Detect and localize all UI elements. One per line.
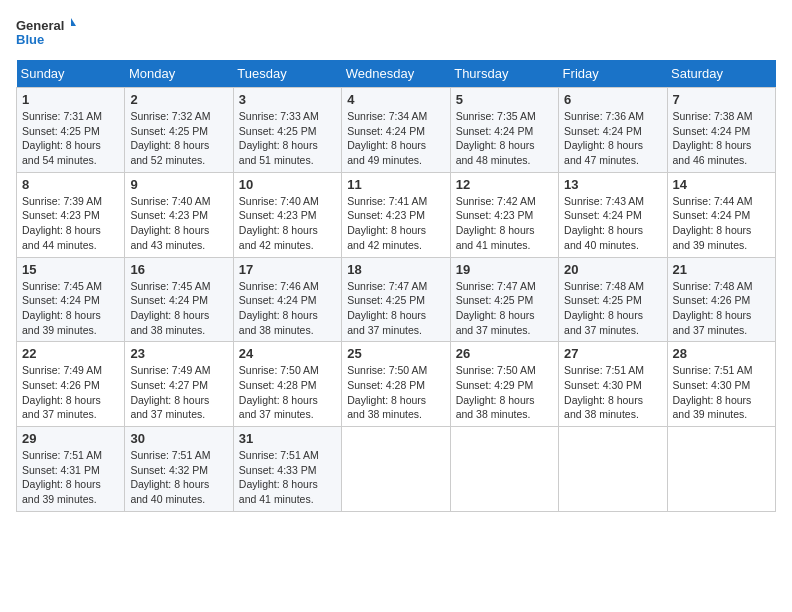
day-number: 7: [673, 92, 770, 107]
day-cell: 2Sunrise: 7:32 AMSunset: 4:25 PMDaylight…: [125, 88, 233, 173]
day-info: Sunrise: 7:33 AMSunset: 4:25 PMDaylight:…: [239, 109, 336, 168]
day-info: Sunrise: 7:39 AMSunset: 4:23 PMDaylight:…: [22, 194, 119, 253]
page-header: General Blue: [16, 16, 776, 52]
day-number: 13: [564, 177, 661, 192]
day-number: 11: [347, 177, 444, 192]
day-number: 2: [130, 92, 227, 107]
day-info: Sunrise: 7:41 AMSunset: 4:23 PMDaylight:…: [347, 194, 444, 253]
day-cell: 7Sunrise: 7:38 AMSunset: 4:24 PMDaylight…: [667, 88, 775, 173]
day-number: 14: [673, 177, 770, 192]
day-info: Sunrise: 7:47 AMSunset: 4:25 PMDaylight:…: [347, 279, 444, 338]
day-cell: 1Sunrise: 7:31 AMSunset: 4:25 PMDaylight…: [17, 88, 125, 173]
day-number: 10: [239, 177, 336, 192]
column-header-monday: Monday: [125, 60, 233, 88]
column-header-saturday: Saturday: [667, 60, 775, 88]
day-cell: [559, 427, 667, 512]
day-number: 31: [239, 431, 336, 446]
day-cell: 8Sunrise: 7:39 AMSunset: 4:23 PMDaylight…: [17, 172, 125, 257]
day-info: Sunrise: 7:40 AMSunset: 4:23 PMDaylight:…: [130, 194, 227, 253]
day-number: 24: [239, 346, 336, 361]
day-cell: 31Sunrise: 7:51 AMSunset: 4:33 PMDayligh…: [233, 427, 341, 512]
week-row-1: 1Sunrise: 7:31 AMSunset: 4:25 PMDaylight…: [17, 88, 776, 173]
day-info: Sunrise: 7:48 AMSunset: 4:26 PMDaylight:…: [673, 279, 770, 338]
day-cell: 3Sunrise: 7:33 AMSunset: 4:25 PMDaylight…: [233, 88, 341, 173]
logo-svg: General Blue: [16, 16, 76, 52]
day-number: 22: [22, 346, 119, 361]
day-info: Sunrise: 7:44 AMSunset: 4:24 PMDaylight:…: [673, 194, 770, 253]
day-info: Sunrise: 7:38 AMSunset: 4:24 PMDaylight:…: [673, 109, 770, 168]
week-row-2: 8Sunrise: 7:39 AMSunset: 4:23 PMDaylight…: [17, 172, 776, 257]
day-info: Sunrise: 7:40 AMSunset: 4:23 PMDaylight:…: [239, 194, 336, 253]
day-cell: 12Sunrise: 7:42 AMSunset: 4:23 PMDayligh…: [450, 172, 558, 257]
day-number: 23: [130, 346, 227, 361]
day-number: 25: [347, 346, 444, 361]
header-row: SundayMondayTuesdayWednesdayThursdayFrid…: [17, 60, 776, 88]
day-number: 5: [456, 92, 553, 107]
day-info: Sunrise: 7:42 AMSunset: 4:23 PMDaylight:…: [456, 194, 553, 253]
day-info: Sunrise: 7:49 AMSunset: 4:27 PMDaylight:…: [130, 363, 227, 422]
day-number: 21: [673, 262, 770, 277]
day-cell: 9Sunrise: 7:40 AMSunset: 4:23 PMDaylight…: [125, 172, 233, 257]
day-info: Sunrise: 7:34 AMSunset: 4:24 PMDaylight:…: [347, 109, 444, 168]
day-cell: 22Sunrise: 7:49 AMSunset: 4:26 PMDayligh…: [17, 342, 125, 427]
day-info: Sunrise: 7:35 AMSunset: 4:24 PMDaylight:…: [456, 109, 553, 168]
column-header-tuesday: Tuesday: [233, 60, 341, 88]
calendar-table: SundayMondayTuesdayWednesdayThursdayFrid…: [16, 60, 776, 512]
day-info: Sunrise: 7:47 AMSunset: 4:25 PMDaylight:…: [456, 279, 553, 338]
column-header-wednesday: Wednesday: [342, 60, 450, 88]
day-number: 8: [22, 177, 119, 192]
day-number: 29: [22, 431, 119, 446]
day-info: Sunrise: 7:50 AMSunset: 4:28 PMDaylight:…: [347, 363, 444, 422]
day-cell: 5Sunrise: 7:35 AMSunset: 4:24 PMDaylight…: [450, 88, 558, 173]
day-number: 18: [347, 262, 444, 277]
svg-text:Blue: Blue: [16, 32, 44, 47]
day-cell: 30Sunrise: 7:51 AMSunset: 4:32 PMDayligh…: [125, 427, 233, 512]
day-number: 9: [130, 177, 227, 192]
svg-marker-2: [71, 18, 76, 26]
day-number: 28: [673, 346, 770, 361]
day-cell: 26Sunrise: 7:50 AMSunset: 4:29 PMDayligh…: [450, 342, 558, 427]
day-info: Sunrise: 7:46 AMSunset: 4:24 PMDaylight:…: [239, 279, 336, 338]
week-row-5: 29Sunrise: 7:51 AMSunset: 4:31 PMDayligh…: [17, 427, 776, 512]
day-cell: [450, 427, 558, 512]
day-cell: 24Sunrise: 7:50 AMSunset: 4:28 PMDayligh…: [233, 342, 341, 427]
day-info: Sunrise: 7:50 AMSunset: 4:28 PMDaylight:…: [239, 363, 336, 422]
day-info: Sunrise: 7:43 AMSunset: 4:24 PMDaylight:…: [564, 194, 661, 253]
day-info: Sunrise: 7:50 AMSunset: 4:29 PMDaylight:…: [456, 363, 553, 422]
day-number: 3: [239, 92, 336, 107]
day-cell: 14Sunrise: 7:44 AMSunset: 4:24 PMDayligh…: [667, 172, 775, 257]
day-cell: 23Sunrise: 7:49 AMSunset: 4:27 PMDayligh…: [125, 342, 233, 427]
day-cell: 10Sunrise: 7:40 AMSunset: 4:23 PMDayligh…: [233, 172, 341, 257]
day-info: Sunrise: 7:48 AMSunset: 4:25 PMDaylight:…: [564, 279, 661, 338]
day-cell: 13Sunrise: 7:43 AMSunset: 4:24 PMDayligh…: [559, 172, 667, 257]
calendar-header: SundayMondayTuesdayWednesdayThursdayFrid…: [17, 60, 776, 88]
calendar-body: 1Sunrise: 7:31 AMSunset: 4:25 PMDaylight…: [17, 88, 776, 512]
column-header-thursday: Thursday: [450, 60, 558, 88]
day-number: 4: [347, 92, 444, 107]
day-info: Sunrise: 7:49 AMSunset: 4:26 PMDaylight:…: [22, 363, 119, 422]
day-info: Sunrise: 7:51 AMSunset: 4:31 PMDaylight:…: [22, 448, 119, 507]
day-cell: 21Sunrise: 7:48 AMSunset: 4:26 PMDayligh…: [667, 257, 775, 342]
day-number: 27: [564, 346, 661, 361]
day-number: 20: [564, 262, 661, 277]
day-info: Sunrise: 7:51 AMSunset: 4:30 PMDaylight:…: [564, 363, 661, 422]
day-number: 1: [22, 92, 119, 107]
day-info: Sunrise: 7:45 AMSunset: 4:24 PMDaylight:…: [22, 279, 119, 338]
column-header-sunday: Sunday: [17, 60, 125, 88]
day-info: Sunrise: 7:31 AMSunset: 4:25 PMDaylight:…: [22, 109, 119, 168]
day-number: 30: [130, 431, 227, 446]
day-cell: 16Sunrise: 7:45 AMSunset: 4:24 PMDayligh…: [125, 257, 233, 342]
day-cell: 6Sunrise: 7:36 AMSunset: 4:24 PMDaylight…: [559, 88, 667, 173]
svg-text:General: General: [16, 18, 64, 33]
day-cell: 11Sunrise: 7:41 AMSunset: 4:23 PMDayligh…: [342, 172, 450, 257]
day-number: 12: [456, 177, 553, 192]
week-row-3: 15Sunrise: 7:45 AMSunset: 4:24 PMDayligh…: [17, 257, 776, 342]
day-number: 19: [456, 262, 553, 277]
column-header-friday: Friday: [559, 60, 667, 88]
day-cell: 15Sunrise: 7:45 AMSunset: 4:24 PMDayligh…: [17, 257, 125, 342]
day-cell: 27Sunrise: 7:51 AMSunset: 4:30 PMDayligh…: [559, 342, 667, 427]
logo: General Blue: [16, 16, 76, 52]
day-cell: 25Sunrise: 7:50 AMSunset: 4:28 PMDayligh…: [342, 342, 450, 427]
day-info: Sunrise: 7:32 AMSunset: 4:25 PMDaylight:…: [130, 109, 227, 168]
day-info: Sunrise: 7:51 AMSunset: 4:32 PMDaylight:…: [130, 448, 227, 507]
